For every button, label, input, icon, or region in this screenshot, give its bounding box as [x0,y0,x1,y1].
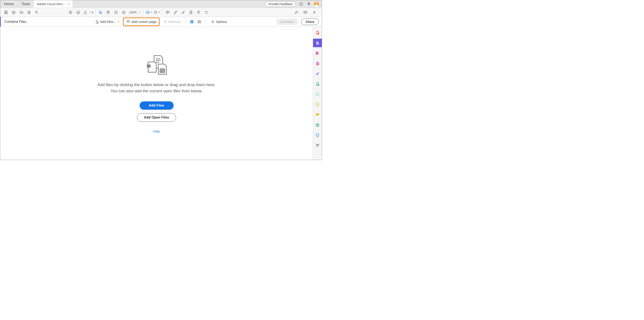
svg-point-1 [301,5,301,5]
main-toolbar: / 6 130% ▼ ▼ ▼ [0,8,322,17]
separator [144,10,144,15]
separator [162,10,162,15]
tabbar-spacer [73,0,265,8]
options-label: Options [216,20,227,24]
tabbar-right: Provide Feedback [265,0,322,8]
separator [186,19,186,24]
svg-point-20 [212,21,214,22]
export-pdf-tool-icon[interactable] [313,80,322,88]
separator [95,10,95,15]
star-icon[interactable] [10,9,17,16]
link-icon[interactable] [293,9,300,16]
add-custom-page-label: Add custom page [132,20,156,24]
page-separator: / [90,11,90,14]
help-icon[interactable] [299,2,304,6]
help-link[interactable]: Help [153,130,160,133]
profile-share-icon[interactable] [311,9,318,16]
add-files-label: Add Files... [100,20,116,24]
rotate-icon[interactable] [202,9,210,16]
page-display-icon[interactable]: ▼ [153,9,160,16]
options-button[interactable]: Options [209,18,229,25]
zoom-out-icon[interactable] [112,9,120,16]
right-tools-sidebar [313,27,322,160]
combine-button: Combine [276,18,298,25]
combine-files-title: Combine Files [4,20,26,24]
svg-point-11 [314,11,315,12]
highlight-icon[interactable] [172,9,179,16]
bell-icon[interactable] [306,2,311,6]
save-icon[interactable] [2,9,10,16]
more-tools-icon[interactable] [313,141,322,150]
empty-state-text: Add files by clicking the button below o… [98,82,216,94]
svg-point-29 [316,144,317,145]
hand-tool-icon[interactable] [105,9,112,16]
create-pdf-tool-icon[interactable] [313,28,322,37]
svg-rect-21 [147,64,151,68]
sign-icon[interactable] [180,9,187,16]
tab-tools[interactable]: Tools [18,0,34,8]
add-files-button[interactable]: Add Files [140,101,174,110]
svg-rect-9 [155,11,156,14]
svg-rect-25 [316,54,318,54]
add-open-files-button[interactable]: Add Open Files [137,113,176,122]
empty-line2: You can also add the current open files … [98,88,216,94]
close-button[interactable]: Close [301,18,319,25]
separator [206,19,206,24]
thumbnail-view-icon[interactable] [189,19,195,25]
search-icon[interactable] [33,9,40,16]
protect-tool-icon[interactable] [313,131,322,140]
dropdown-caret-icon: ▼ [139,11,141,14]
main-body: Add files by clicking the button below o… [0,27,322,160]
comment-tool-icon[interactable] [313,110,322,119]
combine-toolbar-center: Add Files... ▼ Add custom page Remove O [93,18,229,26]
fit-width-icon[interactable]: ▼ [146,9,153,16]
combine-files-tool-icon[interactable] [313,39,322,47]
add-custom-page-button[interactable]: Add custom page [123,18,160,26]
tab-document-label: Adobe Cloud Serv... [37,2,65,6]
add-files-dropdown[interactable]: Add Files... ▼ [93,18,121,25]
provide-feedback-button[interactable]: Provide Feedback [265,1,296,7]
user-avatar-icon[interactable] [314,2,319,6]
tab-document[interactable]: Adobe Cloud Serv... × [34,0,73,8]
drop-zone[interactable]: Add files by clicking the button below o… [0,27,313,160]
comment-icon[interactable] [164,9,171,16]
zoom-value: 130% [129,11,137,14]
app-window: Home Tools Adobe Cloud Serv... × Provide… [0,0,322,160]
dropdown-caret-icon: ▼ [117,21,119,23]
pointer-tool-icon[interactable] [97,9,104,16]
svg-rect-2 [28,12,30,13]
insert-page-icon[interactable] [187,9,194,16]
svg-rect-27 [316,93,319,96]
zoom-in-icon[interactable] [120,9,127,16]
print-production-tool-icon[interactable] [313,121,322,129]
svg-rect-16 [192,22,193,23]
crop-pages-tool-icon[interactable] [313,90,322,98]
svg-rect-13 [190,20,192,22]
page-number-input[interactable] [82,10,88,14]
page-up-icon[interactable] [67,9,74,16]
delete-icon[interactable] [195,9,202,16]
page-down-icon[interactable] [74,9,82,16]
cloud-upload-icon[interactable] [18,9,25,16]
tab-bar: Home Tools Adobe Cloud Serv... × Provide… [0,0,322,8]
tab-home[interactable]: Home [0,0,18,8]
remove-label: Remove [168,20,180,24]
page-total: 6 [92,11,93,14]
close-tab-icon[interactable]: × [68,2,70,6]
svg-point-19 [198,23,198,23]
email-icon[interactable] [302,9,309,16]
redact-tool-icon[interactable] [313,100,322,109]
print-icon[interactable] [26,9,33,16]
svg-rect-8 [147,11,149,14]
zoom-dropdown[interactable]: 130% ▼ [128,11,142,14]
fill-sign-tool-icon[interactable] [313,70,322,78]
remove-button: Remove [161,18,183,25]
organize-pages-tool-icon[interactable] [313,49,322,58]
edit-pdf-tool-icon[interactable] [313,59,322,68]
list-view-icon[interactable] [196,19,202,25]
svg-point-18 [198,22,198,22]
svg-point-17 [198,20,198,21]
page-indicator: / 6 [82,10,93,14]
svg-rect-28 [316,124,319,126]
empty-line1: Add files by clicking the button below o… [98,82,216,88]
